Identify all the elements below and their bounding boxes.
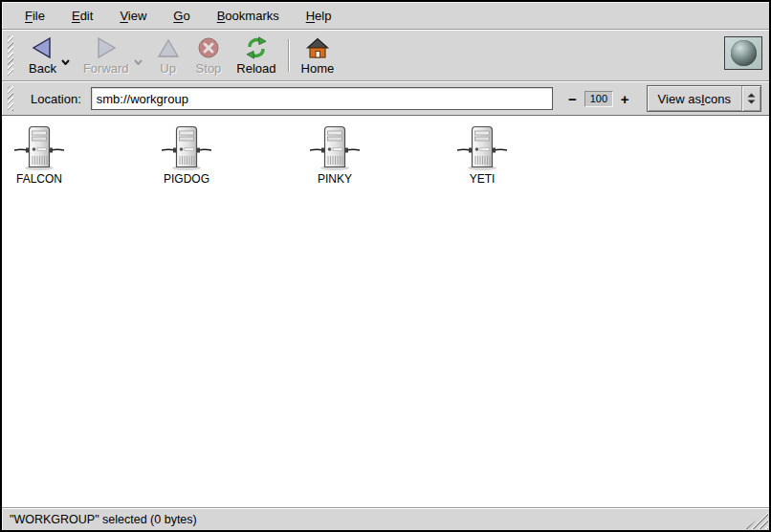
menu-file[interactable]: File — [11, 5, 58, 27]
stop-button[interactable]: Stop — [192, 34, 226, 78]
zoom-control: − 100 + — [564, 91, 633, 107]
folder-view[interactable]: FALCON PIGDOG PINKY YETI — [2, 115, 769, 507]
computer-icon — [162, 124, 211, 170]
back-button[interactable]: Back — [25, 34, 60, 78]
back-button-label: Back — [29, 61, 56, 76]
zoom-out-button[interactable]: − — [564, 92, 581, 106]
location-input[interactable] — [91, 87, 553, 110]
up-button[interactable]: Up — [152, 34, 185, 78]
icon-label: FALCON — [16, 172, 62, 186]
stop-icon — [196, 36, 221, 59]
menu-help[interactable]: Help — [293, 5, 345, 27]
chevron-down-icon — [134, 59, 143, 65]
zoom-level-indicator[interactable]: 100 — [584, 91, 613, 107]
menu-bookmarks[interactable]: Bookmarks — [204, 5, 293, 27]
home-button-label: Home — [301, 61, 335, 76]
network-host-pinky[interactable]: PINKY — [297, 124, 372, 186]
view-as-label: View as Icons — [648, 86, 741, 111]
throbber — [724, 36, 762, 70]
chevron-down-icon — [61, 59, 70, 65]
home-icon — [305, 36, 330, 59]
up-button-label: Up — [160, 61, 176, 76]
up-down-arrows-icon — [747, 93, 756, 104]
toolbar-separator — [288, 39, 290, 72]
icon-label: YETI — [470, 172, 496, 186]
reload-icon — [244, 36, 269, 59]
forward-icon — [94, 36, 119, 59]
toolbar: Back Forward — [2, 31, 769, 80]
computer-icon — [14, 124, 64, 170]
view-as-arrows[interactable] — [741, 86, 760, 111]
forward-button[interactable]: Forward — [79, 34, 133, 78]
reload-button[interactable]: Reload — [232, 34, 279, 78]
network-host-yeti[interactable]: YETI — [445, 124, 519, 186]
status-bar: "WORKGROUP" selected (0 bytes) — [2, 509, 769, 530]
back-history-dropdown[interactable] — [61, 59, 70, 65]
view-as-dropdown[interactable]: View as Icons — [647, 85, 761, 112]
reload-button-label: Reload — [236, 61, 275, 76]
resize-grip[interactable] — [745, 511, 768, 529]
computer-icon — [457, 124, 507, 170]
stop-button-label: Stop — [196, 61, 222, 76]
forward-history-dropdown[interactable] — [134, 59, 143, 65]
forward-button-label: Forward — [83, 61, 129, 76]
icon-label: PIGDOG — [164, 172, 209, 186]
network-host-pigdog[interactable]: PIGDOG — [149, 124, 224, 186]
menu-go[interactable]: Go — [160, 5, 203, 27]
icon-label: PINKY — [318, 172, 352, 186]
location-label: Location: — [31, 92, 81, 106]
back-icon — [30, 36, 55, 59]
menu-bar: File Edit View Go Bookmarks Help — [2, 2, 769, 29]
file-manager-window: File Edit View Go Bookmarks Help Back — [0, 0, 771, 532]
home-button[interactable]: Home — [297, 34, 339, 78]
status-text: "WORKGROUP" selected (0 bytes) — [10, 513, 197, 526]
computer-icon — [310, 124, 360, 170]
location-bar-drag-handle[interactable] — [8, 86, 13, 111]
location-bar: Location: − 100 + View as Icons — [2, 82, 769, 115]
up-icon — [156, 36, 181, 59]
menu-view[interactable]: View — [106, 5, 160, 27]
network-host-falcon[interactable]: FALCON — [2, 124, 77, 186]
menu-edit[interactable]: Edit — [58, 5, 106, 27]
throbber-globe-icon — [731, 40, 757, 66]
zoom-in-button[interactable]: + — [617, 92, 633, 106]
toolbar-drag-handle[interactable] — [8, 35, 13, 76]
